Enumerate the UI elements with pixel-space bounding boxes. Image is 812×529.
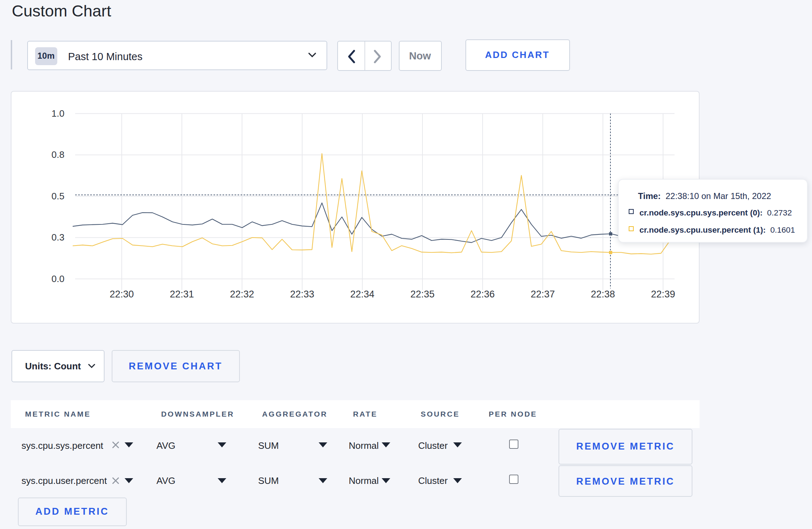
svg-text:0.8: 0.8 <box>52 149 64 160</box>
svg-text:22:35: 22:35 <box>410 288 435 299</box>
svg-text:22:38: 22:38 <box>591 288 615 299</box>
svg-text:22:39: 22:39 <box>651 288 675 299</box>
svg-text:0.0: 0.0 <box>52 273 64 284</box>
svg-text:0.3: 0.3 <box>52 232 64 242</box>
svg-text:22:37: 22:37 <box>531 288 555 299</box>
svg-text:0.5: 0.5 <box>52 190 64 201</box>
svg-text:1.0: 1.0 <box>52 108 64 118</box>
svg-text:22:30: 22:30 <box>110 288 134 299</box>
svg-text:22:34: 22:34 <box>350 288 374 299</box>
svg-text:22:33: 22:33 <box>290 288 314 299</box>
svg-text:22:32: 22:32 <box>230 288 254 299</box>
svg-text:22:36: 22:36 <box>470 288 495 299</box>
svg-text:22:31: 22:31 <box>170 288 194 299</box>
